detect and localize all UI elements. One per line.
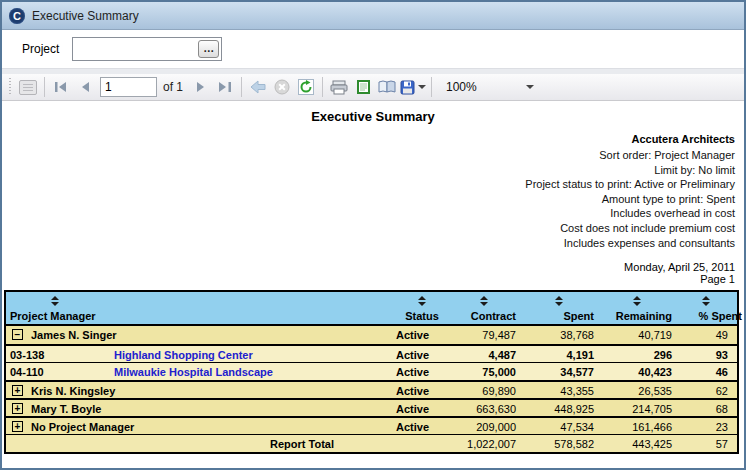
- zoom-dropdown-caret: [526, 85, 534, 89]
- toolbar-separator: [322, 77, 323, 97]
- report-date: Monday, April 25, 2011: [2, 261, 744, 273]
- report-options: Sort order: Project Manager Limit by: No…: [2, 148, 744, 250]
- expand-icon[interactable]: +: [12, 385, 23, 396]
- report-viewer-window: C Executive Summary Project … of 1: [0, 0, 746, 470]
- pct-spent-cell: 62: [670, 382, 728, 398]
- sort-arrows-icon[interactable]: [633, 296, 641, 307]
- refresh-icon[interactable]: [295, 76, 317, 98]
- contract-total-cell: 1,022,007: [452, 435, 516, 452]
- contract-cell: 75,000: [452, 363, 516, 380]
- spent-total-cell: 578,582: [524, 435, 594, 452]
- spent-cell: 4,191: [524, 346, 594, 362]
- zoom-value: 100%: [446, 80, 477, 94]
- pct-spent-cell: 68: [670, 400, 728, 416]
- page-number-input[interactable]: [100, 77, 157, 97]
- manager-name: James N. Singer: [31, 326, 117, 344]
- print-icon[interactable]: [328, 76, 350, 98]
- header-label: Project Manager: [6, 310, 386, 322]
- remaining-cell: 26,535: [602, 382, 672, 398]
- remaining-cell: 214,705: [602, 400, 672, 416]
- toolbar-separator: [431, 77, 432, 97]
- first-page-icon[interactable]: [50, 76, 72, 98]
- document-map-icon[interactable]: [17, 76, 39, 98]
- header-label: Contract: [452, 310, 516, 322]
- back-icon[interactable]: [247, 76, 269, 98]
- report-page-number: Page 1: [2, 273, 744, 285]
- table-row-project: 03-138 Highland Shopping Center Active 4…: [6, 344, 737, 362]
- table-row-project: 04-110 Milwaukie Hospital Landscape Acti…: [6, 362, 737, 380]
- status-cell: Active: [390, 382, 454, 398]
- print-layout-icon[interactable]: [352, 76, 374, 98]
- header-pct-spent: % Spent: [670, 292, 742, 324]
- next-page-icon[interactable]: [190, 76, 212, 98]
- sort-arrows-icon[interactable]: [51, 296, 59, 307]
- project-panel: Project …: [2, 30, 744, 68]
- remaining-cell: 40,719: [602, 326, 672, 344]
- pct-spent-cell: 23: [670, 418, 728, 434]
- page-count-label: of 1: [163, 80, 183, 94]
- remaining-cell: 161,466: [602, 418, 672, 434]
- status-cell: Active: [390, 418, 454, 434]
- spent-cell: 34,577: [524, 363, 594, 380]
- status-cell: Active: [390, 363, 454, 380]
- collapse-icon[interactable]: −: [12, 329, 23, 340]
- header-contract: Contract: [452, 292, 516, 324]
- summary-table: Project Manager Status Contract Spent Re…: [4, 290, 739, 454]
- project-code: 04-110: [10, 363, 44, 381]
- header-status: Status: [390, 292, 454, 324]
- report-toolbar: of 1 100%: [2, 74, 744, 101]
- project-input-wrap: …: [72, 37, 222, 61]
- zoom-combo[interactable]: 100%: [440, 77, 540, 97]
- sort-arrows-icon[interactable]: [480, 296, 488, 307]
- table-row-manager: + No Project Manager Active 209,000 47,5…: [6, 416, 737, 434]
- table-header-row: Project Manager Status Contract Spent Re…: [6, 292, 737, 326]
- export-dropdown-caret[interactable]: [418, 85, 426, 89]
- header-label: Remaining: [602, 310, 672, 322]
- contract-cell: 4,487: [452, 346, 516, 362]
- header-label: Status: [390, 310, 454, 322]
- report-option-line: Project status to print: Active or Preli…: [2, 177, 735, 192]
- project-label: Project: [22, 42, 59, 56]
- expand-icon[interactable]: +: [12, 403, 23, 414]
- toolbar-separator: [241, 77, 242, 97]
- page-setup-icon[interactable]: [376, 76, 398, 98]
- sort-arrows-icon[interactable]: [418, 296, 426, 307]
- report-body: Executive Summary Accutera Architects So…: [2, 101, 744, 470]
- remaining-cell: 296: [602, 346, 672, 362]
- project-link[interactable]: Milwaukie Hospital Landscape: [114, 363, 273, 381]
- pct-spent-cell: 93: [670, 346, 728, 362]
- expand-icon[interactable]: +: [12, 421, 23, 432]
- contract-cell: 209,000: [452, 418, 516, 434]
- report-title: Executive Summary: [2, 101, 744, 124]
- table-row-total: Report Total 1,022,007 578,582 443,425 5…: [6, 434, 737, 452]
- pct-spent-cell: 49: [670, 326, 728, 344]
- spent-cell: 38,768: [524, 326, 594, 344]
- spent-cell: 47,534: [524, 418, 594, 434]
- header-spent: Spent: [524, 292, 594, 324]
- pct-spent-cell: 46: [670, 363, 728, 380]
- contract-cell: 663,630: [452, 400, 516, 416]
- sort-arrows-icon[interactable]: [555, 296, 563, 307]
- spent-cell: 43,355: [524, 382, 594, 398]
- table-row-manager: + Kris N. Kingsley Active 69,890 43,355 …: [6, 380, 737, 398]
- header-label: % Spent: [670, 310, 742, 322]
- export-save-icon[interactable]: [400, 76, 426, 98]
- toolbar-grip-handle[interactable]: [8, 78, 12, 96]
- header-remaining: Remaining: [602, 292, 672, 324]
- titlebar: C Executive Summary: [2, 2, 744, 30]
- header-project-manager: Project Manager: [6, 292, 386, 324]
- sort-arrows-icon[interactable]: [702, 296, 710, 307]
- status-cell: Active: [390, 400, 454, 416]
- table-row-manager: − James N. Singer Active 79,487 38,768 4…: [6, 326, 737, 344]
- project-browse-button[interactable]: …: [198, 40, 219, 58]
- status-cell: Active: [390, 346, 454, 362]
- company-name: Accutera Architects: [2, 133, 744, 145]
- last-page-icon[interactable]: [214, 76, 236, 98]
- status-cell: Active: [390, 326, 454, 344]
- report-option-line: Includes overhead in cost: [2, 206, 735, 221]
- app-logo-icon: C: [9, 8, 25, 24]
- stop-icon[interactable]: [271, 76, 293, 98]
- remaining-cell: 40,423: [602, 363, 672, 380]
- previous-page-icon[interactable]: [74, 76, 96, 98]
- window-title: Executive Summary: [32, 9, 139, 23]
